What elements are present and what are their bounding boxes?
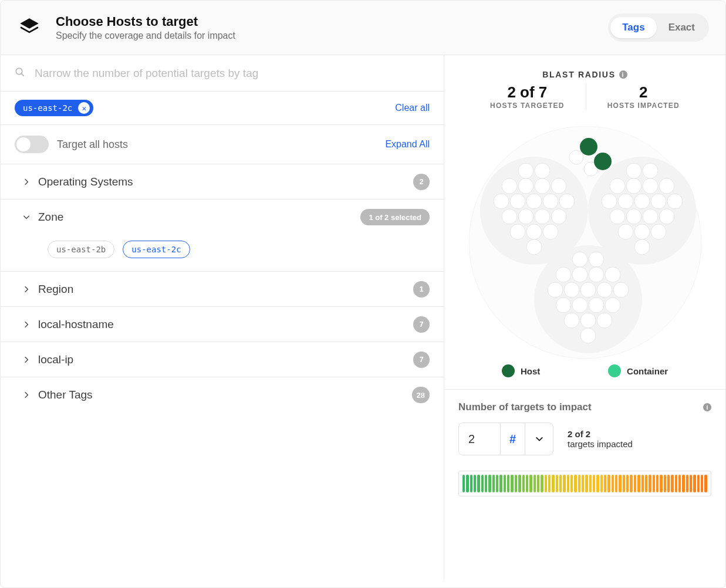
svg-point-53 — [548, 282, 563, 298]
svg-point-46 — [634, 239, 650, 255]
svg-point-13 — [535, 178, 550, 194]
svg-point-60 — [589, 298, 604, 313]
svg-point-51 — [589, 267, 604, 282]
svg-point-40 — [626, 209, 641, 224]
svg-point-63 — [580, 313, 596, 328]
svg-point-19 — [559, 194, 575, 209]
svg-point-7 — [569, 150, 583, 164]
svg-point-26 — [543, 224, 558, 239]
page-title: Choose Hosts to target — [56, 14, 608, 29]
svg-point-47 — [572, 252, 587, 267]
svg-point-35 — [618, 194, 633, 209]
svg-point-24 — [510, 224, 525, 239]
impact-gradient — [458, 471, 711, 496]
svg-point-54 — [564, 282, 579, 298]
blast-radius-title: BLAST RADIUS i — [542, 70, 627, 79]
svg-point-41 — [643, 209, 658, 224]
impact-unit-button[interactable]: # — [500, 423, 525, 455]
tab-tags[interactable]: Tags — [610, 17, 656, 38]
accordion-other-tags[interactable]: Other Tags 28 — [1, 377, 444, 413]
svg-point-64 — [597, 313, 612, 328]
zone-option-0[interactable]: us-east-2b — [48, 241, 114, 258]
zone-option-1[interactable]: us-east-2c — [123, 241, 190, 258]
chevron-right-icon — [15, 391, 38, 399]
chevron-right-icon — [15, 320, 38, 329]
svg-point-59 — [572, 298, 587, 313]
accordion-local-ip[interactable]: local-ip 7 — [1, 342, 444, 377]
accordion-zone[interactable]: Zone 1 of 2 selected — [1, 200, 444, 235]
toggle-label: Target all hosts — [57, 138, 128, 151]
svg-point-48 — [589, 252, 604, 267]
svg-point-67 — [594, 153, 612, 170]
svg-point-42 — [659, 209, 674, 224]
svg-point-56 — [597, 282, 612, 298]
mode-toggle: Tags Exact — [608, 13, 709, 42]
svg-point-12 — [518, 178, 533, 194]
svg-point-61 — [605, 298, 620, 313]
impact-title: Number of targets to impact — [458, 401, 703, 413]
legend-host: Host — [502, 364, 540, 377]
svg-point-34 — [602, 194, 617, 209]
svg-marker-0 — [20, 18, 39, 29]
accordion-region[interactable]: Region 1 — [1, 272, 444, 307]
accordion-os[interactable]: Operating Systems 2 — [1, 164, 444, 200]
svg-point-1 — [16, 68, 22, 75]
close-icon[interactable]: ✕ — [78, 102, 90, 114]
svg-point-25 — [526, 224, 542, 239]
svg-point-18 — [543, 194, 558, 209]
chevron-right-icon — [15, 356, 38, 364]
svg-point-17 — [526, 194, 542, 209]
info-icon[interactable]: i — [703, 403, 711, 411]
legend-container: Container — [608, 364, 668, 377]
svg-point-39 — [610, 209, 625, 224]
svg-point-21 — [518, 209, 533, 224]
count-badge: 7 — [413, 316, 430, 333]
hosts-targeted-value: 2 of 7 — [490, 83, 565, 102]
svg-point-31 — [626, 178, 641, 194]
svg-point-30 — [610, 178, 625, 194]
svg-point-15 — [494, 194, 509, 209]
svg-point-9 — [518, 163, 533, 178]
hosts-impacted-value: 2 — [607, 83, 680, 102]
layers-icon — [17, 15, 42, 40]
svg-point-23 — [551, 209, 566, 224]
svg-point-29 — [643, 163, 658, 178]
accordion-local-hostname[interactable]: local-hostname 7 — [1, 307, 444, 342]
svg-point-27 — [526, 239, 542, 255]
svg-point-11 — [502, 178, 517, 194]
svg-point-22 — [535, 209, 550, 224]
info-icon[interactable]: i — [619, 70, 627, 79]
search-input[interactable] — [33, 66, 430, 80]
svg-point-38 — [667, 194, 683, 209]
svg-point-32 — [643, 178, 658, 194]
chevron-right-icon — [15, 178, 38, 186]
svg-point-57 — [613, 282, 629, 298]
svg-point-37 — [651, 194, 666, 209]
svg-point-36 — [634, 194, 650, 209]
svg-point-44 — [634, 224, 650, 239]
count-badge: 2 — [413, 174, 430, 190]
count-badge: 1 — [413, 281, 430, 298]
search-icon — [15, 67, 25, 80]
svg-point-45 — [651, 224, 666, 239]
blast-radius-viz — [468, 125, 703, 360]
svg-point-16 — [510, 194, 525, 209]
filter-chip-label: us-east-2c — [23, 103, 72, 113]
selected-badge: 1 of 2 selected — [360, 209, 430, 225]
svg-point-65 — [580, 328, 596, 343]
svg-point-20 — [502, 209, 517, 224]
tab-exact[interactable]: Exact — [657, 17, 707, 38]
svg-point-62 — [564, 313, 579, 328]
expand-all-button[interactable]: Expand All — [385, 137, 430, 152]
target-all-toggle[interactable] — [15, 136, 49, 153]
count-badge: 7 — [413, 352, 430, 368]
svg-point-43 — [618, 224, 633, 239]
impact-count-input[interactable] — [459, 423, 500, 455]
filter-chip[interactable]: us-east-2c ✕ — [15, 100, 93, 116]
svg-point-49 — [556, 267, 571, 282]
clear-all-button[interactable]: Clear all — [395, 100, 430, 116]
impact-unit-dropdown[interactable] — [525, 423, 553, 455]
svg-point-58 — [556, 298, 571, 313]
svg-point-28 — [626, 163, 641, 178]
svg-point-10 — [535, 163, 550, 178]
